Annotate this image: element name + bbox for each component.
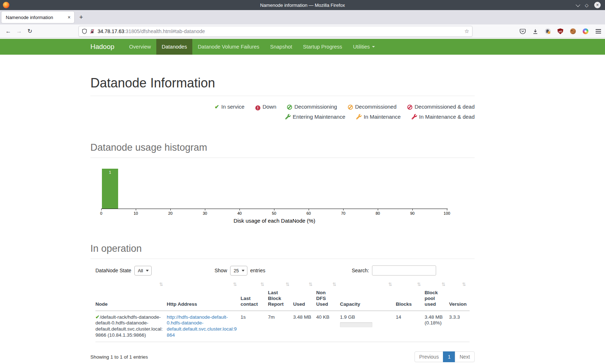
datanodes-table: ⇅Node ⇅Http Address ⇅Last contact ⇅Last … bbox=[95, 281, 470, 342]
browser-toolbar: ← → ↻ 34.78.17.63:31805/dfshealth.html#t… bbox=[0, 24, 605, 38]
legend-in-service: ✔In service bbox=[215, 104, 246, 110]
check-icon: ✔ bbox=[95, 314, 99, 320]
url-host: 34.78.17.63 bbox=[98, 28, 124, 34]
tracking-shield-icon[interactable] bbox=[82, 28, 87, 34]
page-title: Datanode Information bbox=[90, 76, 475, 91]
column-header-capacity[interactable]: ⇅Capacity bbox=[340, 281, 396, 311]
new-tab-button[interactable]: + bbox=[79, 14, 83, 21]
x-axis-title: Disk usage of each DataNode (%) bbox=[101, 218, 448, 224]
proxy-extension-icon[interactable] bbox=[544, 28, 551, 35]
cell-blocks: 14 bbox=[396, 311, 425, 342]
ban-circle-icon bbox=[407, 105, 412, 110]
starburst-extension-icon[interactable] bbox=[582, 28, 589, 35]
ban-circle-icon bbox=[287, 105, 292, 110]
check-icon: ✔ bbox=[215, 104, 219, 110]
legend-down: !Down bbox=[255, 104, 278, 110]
nav-item-datanodes[interactable]: Datanodes bbox=[156, 39, 192, 55]
cell-http-address: http://hdfs-datanode-default-0.hdfs-data… bbox=[167, 311, 241, 342]
sort-icon: ⇅ bbox=[388, 282, 392, 287]
datanode-usage-histogram: 1 0 10 20 30 40 50 60 70 80 90 100 Disk … bbox=[90, 169, 475, 224]
ban-circle-icon bbox=[348, 105, 353, 110]
legend-decommissioning: Decommissioning bbox=[287, 104, 339, 110]
datanode-http-link[interactable]: http://hdfs-datanode-default-0.hdfs-data… bbox=[167, 314, 237, 338]
sort-icon: ⇅ bbox=[417, 282, 421, 287]
nav-item-overview[interactable]: Overview bbox=[124, 39, 156, 55]
nav-item-utilities[interactable]: Utilities bbox=[348, 39, 380, 55]
datanode-status-legend: ✔In service !Down Decommissioning Decomm… bbox=[90, 102, 475, 122]
legend-in-maintenance: In Maintenance bbox=[356, 114, 402, 120]
sort-icon: ⇅ bbox=[159, 282, 163, 287]
bar-value-label: 1 bbox=[109, 170, 111, 174]
sort-icon: ⇅ bbox=[462, 282, 466, 287]
divider bbox=[90, 96, 475, 96]
sort-icon: ⇅ bbox=[442, 282, 445, 287]
cell-non-dfs-used: 40 KB bbox=[316, 311, 340, 342]
hadoop-navbar: Hadoop Overview Datanodes Datanode Volum… bbox=[0, 39, 605, 55]
datanode-state-label: DataNode State bbox=[95, 268, 131, 273]
reload-button[interactable]: ↻ bbox=[24, 28, 35, 35]
forward-button[interactable]: → bbox=[14, 28, 24, 35]
pagination-page-1[interactable]: 1 bbox=[443, 351, 455, 362]
url-path: :31805/dfshealth.html#tab-datanode bbox=[124, 28, 205, 34]
wrench-icon bbox=[356, 114, 362, 119]
capacity-progress-bar bbox=[340, 322, 372, 327]
column-header-block-pool-used[interactable]: ⇅Block pool used bbox=[425, 281, 449, 311]
bookmark-star-icon[interactable]: ☆ bbox=[465, 28, 469, 35]
datanode-state-select[interactable]: All bbox=[134, 266, 152, 276]
nav-item-startup-progress[interactable]: Startup Progress bbox=[297, 39, 348, 55]
column-header-http-address[interactable]: ⇅Http Address bbox=[167, 281, 241, 311]
column-header-last-block-report[interactable]: ⇅Last Block Report bbox=[268, 281, 293, 311]
histogram-bar: 1 bbox=[102, 169, 118, 209]
nav-item-datanode-volume-failures[interactable]: Datanode Volume Failures bbox=[192, 39, 265, 55]
sort-icon: ⇅ bbox=[332, 282, 336, 287]
x-axis-ticks: 0 10 20 30 40 50 60 70 80 90 100 bbox=[101, 209, 448, 218]
cell-version: 3.3.3 bbox=[449, 311, 470, 342]
legend-entering-maintenance: Entering Maintenance bbox=[285, 114, 347, 120]
tab-close-icon[interactable]: × bbox=[67, 14, 71, 20]
pagination-next[interactable]: Next bbox=[455, 351, 475, 362]
cell-block-pool-used: 3.48 MB (0.18%) bbox=[425, 311, 449, 342]
wrench-icon bbox=[285, 114, 291, 119]
pagination-previous[interactable]: Previous bbox=[414, 351, 443, 362]
sort-icon: ⇅ bbox=[233, 282, 237, 287]
column-header-last-contact[interactable]: ⇅Last contact bbox=[241, 281, 268, 311]
tab-title: Namenode information bbox=[6, 15, 67, 20]
window-close-icon[interactable]: × bbox=[594, 2, 601, 8]
column-header-used[interactable]: ⇅Used bbox=[293, 281, 316, 311]
sort-icon: ⇅ bbox=[286, 282, 290, 287]
ublock-extension-icon[interactable]: uO bbox=[557, 28, 564, 35]
window-minimize-icon[interactable] bbox=[576, 2, 581, 7]
insecure-lock-icon[interactable] bbox=[90, 29, 95, 34]
sort-icon: ⇅ bbox=[260, 282, 264, 287]
column-header-version[interactable]: ⇅Version bbox=[449, 281, 470, 311]
show-entries-select[interactable]: 25 bbox=[230, 266, 247, 276]
chevron-down-icon bbox=[372, 46, 375, 47]
menu-hamburger-icon[interactable] bbox=[595, 28, 601, 35]
window-title: Namenode information — Mozilla Firefox bbox=[0, 3, 605, 8]
column-header-node[interactable]: ⇅Node bbox=[95, 281, 167, 311]
cell-used: 3.48 MB bbox=[293, 311, 316, 342]
histogram-heading: Datanode usage histogram bbox=[90, 142, 475, 153]
entries-label: entries bbox=[250, 268, 265, 273]
tab-namenode-information[interactable]: Namenode information × bbox=[1, 12, 74, 23]
nav-item-snapshot[interactable]: Snapshot bbox=[265, 39, 297, 55]
cell-capacity: 1.9 GB bbox=[340, 311, 396, 342]
tab-bar: Namenode information × + bbox=[0, 10, 605, 24]
legend-decommissioned: Decommissioned bbox=[348, 104, 398, 110]
divider bbox=[90, 158, 475, 158]
search-input[interactable] bbox=[372, 265, 436, 276]
cell-last-block-report: 7m bbox=[268, 311, 293, 342]
url-bar[interactable]: 34.78.17.63:31805/dfshealth.html#tab-dat… bbox=[79, 26, 472, 37]
downloads-icon[interactable] bbox=[532, 28, 538, 35]
pocket-icon[interactable] bbox=[519, 28, 526, 35]
legend-decommissioned-dead: Decommissioned & dead bbox=[407, 104, 475, 110]
window-maximize-icon[interactable]: ◇ bbox=[585, 3, 588, 8]
cookie-extension-icon[interactable] bbox=[570, 28, 576, 35]
legend-in-maintenance-dead: In Maintenance & dead bbox=[412, 114, 475, 120]
showing-entries-info: Showing 1 to 1 of 1 entries bbox=[90, 354, 148, 360]
navbar-brand[interactable]: Hadoop bbox=[90, 39, 124, 55]
column-header-blocks[interactable]: ⇅Blocks bbox=[396, 281, 425, 311]
sort-icon: ⇅ bbox=[309, 282, 313, 287]
column-header-non-dfs-used[interactable]: ⇅Non DFS Used bbox=[316, 281, 340, 311]
back-button[interactable]: ← bbox=[3, 28, 14, 35]
